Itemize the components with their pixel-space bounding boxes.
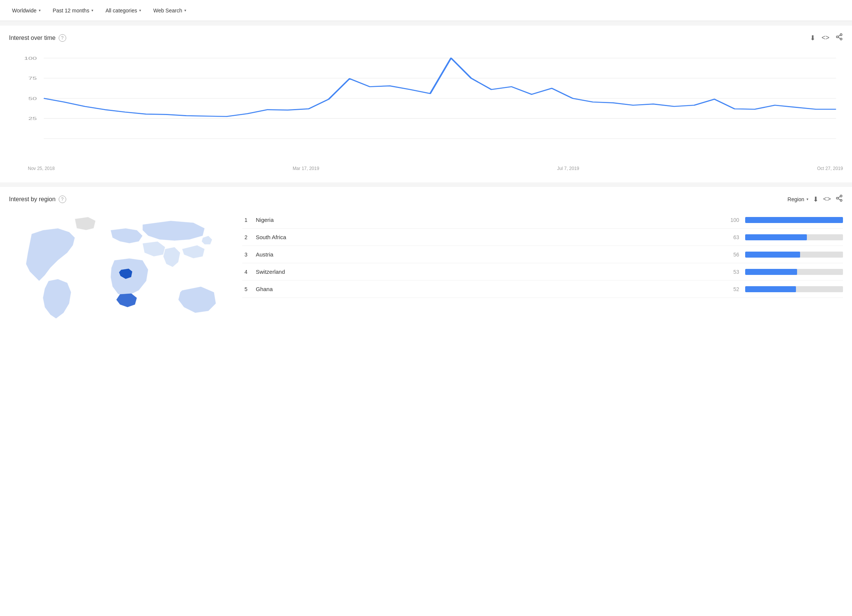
allcategories-label: All categories <box>105 8 137 14</box>
region-download-icon[interactable]: ⬇ <box>813 195 819 203</box>
region-dropdown-label: Region <box>788 196 804 202</box>
region-actions: Region ▾ ⬇ <> <box>788 194 843 204</box>
rank-num-2: 2 <box>242 234 250 240</box>
rank-country-5: Ghana <box>256 286 722 292</box>
allcategories-chevron: ▾ <box>139 8 141 12</box>
region-type-dropdown[interactable]: Region ▾ <box>788 196 808 202</box>
svg-point-0 <box>840 34 842 36</box>
svg-point-15 <box>837 197 838 199</box>
rankings-list: 1 Nigeria 100 2 South Africa 63 3 Austri… <box>242 211 843 339</box>
svg-point-14 <box>840 195 842 197</box>
region-help-icon[interactable]: ? <box>59 196 66 203</box>
rank-bar-container-1 <box>745 217 843 223</box>
x-label-3: Oct 27, 2019 <box>817 166 843 171</box>
interest-over-time-section: Interest over time ? ⬇ <> 100 <box>0 26 852 182</box>
region-dropdown-chevron: ▾ <box>806 197 808 201</box>
line-chart-svg: 100 75 50 25 <box>9 50 843 163</box>
x-label-1: Mar 17, 2019 <box>293 166 319 171</box>
rank-score-3: 56 <box>728 252 739 258</box>
chart-actions: ⬇ <> <box>810 33 843 42</box>
allcategories-filter[interactable]: All categories ▾ <box>101 5 146 17</box>
share-icon[interactable] <box>835 33 843 42</box>
worldwide-label: Worldwide <box>12 8 36 14</box>
x-axis-labels: Nov 25, 2018 Mar 17, 2019 Jul 7, 2019 Oc… <box>9 163 843 171</box>
svg-point-16 <box>840 199 842 201</box>
region-title-group: Interest by region ? <box>9 196 66 203</box>
rank-num-5: 5 <box>242 286 250 292</box>
past12months-label: Past 12 months <box>53 8 89 14</box>
svg-point-1 <box>837 36 838 38</box>
line-chart: 100 75 50 25 <box>9 50 843 163</box>
rank-score-2: 63 <box>728 234 739 240</box>
rank-bar-container-4 <box>745 269 843 275</box>
svg-point-2 <box>840 38 842 40</box>
region-embed-icon[interactable]: <> <box>823 195 831 203</box>
svg-text:25: 25 <box>28 116 37 121</box>
svg-line-17 <box>838 199 840 200</box>
rank-country-2: South Africa <box>256 234 722 240</box>
x-label-0: Nov 25, 2018 <box>28 166 55 171</box>
ranking-row-1: 1 Nigeria 100 <box>242 211 843 229</box>
svg-text:100: 100 <box>24 56 37 61</box>
region-title: Interest by region <box>9 196 56 203</box>
rank-bar-1 <box>745 217 843 223</box>
rank-score-4: 53 <box>728 269 739 275</box>
worldwide-chevron: ▾ <box>39 8 41 12</box>
world-map <box>9 211 227 339</box>
trend-line <box>44 58 836 116</box>
rank-bar-4 <box>745 269 797 275</box>
rank-bar-container-5 <box>745 286 843 292</box>
past12months-chevron: ▾ <box>91 8 93 12</box>
region-content: 1 Nigeria 100 2 South Africa 63 3 Austri… <box>9 211 843 339</box>
rank-bar-container-2 <box>745 234 843 240</box>
ranking-row-5: 5 Ghana 52 <box>242 281 843 298</box>
rank-num-3: 3 <box>242 252 250 258</box>
svg-text:75: 75 <box>28 76 37 81</box>
rank-country-4: Switzerland <box>256 269 722 275</box>
rank-num-1: 1 <box>242 217 250 223</box>
svg-text:50: 50 <box>28 96 37 101</box>
region-share-icon[interactable] <box>835 194 843 204</box>
rank-bar-5 <box>745 286 796 292</box>
svg-line-3 <box>838 37 840 38</box>
chart-title-group: Interest over time ? <box>9 34 66 42</box>
websearch-chevron: ▾ <box>184 8 186 12</box>
x-label-2: Jul 7, 2019 <box>557 166 579 171</box>
rank-score-1: 100 <box>728 217 739 223</box>
download-icon[interactable]: ⬇ <box>810 34 816 42</box>
rank-bar-3 <box>745 252 800 258</box>
section-separator-bottom <box>0 182 852 187</box>
rank-bar-2 <box>745 234 807 240</box>
chart-title: Interest over time <box>9 35 56 41</box>
svg-line-18 <box>838 196 840 197</box>
websearch-filter[interactable]: Web Search ▾ <box>149 5 191 17</box>
ranking-row-2: 2 South Africa 63 <box>242 229 843 246</box>
chart-header: Interest over time ? ⬇ <> <box>9 33 843 42</box>
map-svg <box>9 211 227 339</box>
ranking-row-3: 3 Austria 56 <box>242 246 843 263</box>
rank-bar-container-3 <box>745 252 843 258</box>
rank-country-1: Nigeria <box>256 217 722 223</box>
rank-num-4: 4 <box>242 269 250 275</box>
svg-line-4 <box>838 35 840 36</box>
worldwide-filter[interactable]: Worldwide ▾ <box>8 5 45 17</box>
past12months-filter[interactable]: Past 12 months ▾ <box>48 5 98 17</box>
interest-by-region-section: Interest by region ? Region ▾ ⬇ <> <box>0 187 852 350</box>
ranking-row-4: 4 Switzerland 53 <box>242 263 843 281</box>
rank-country-3: Austria <box>256 251 722 258</box>
websearch-label: Web Search <box>153 8 182 14</box>
region-header: Interest by region ? Region ▾ ⬇ <> <box>9 194 843 204</box>
chart-help-icon[interactable]: ? <box>59 34 66 42</box>
rank-score-5: 52 <box>728 286 739 292</box>
embed-icon[interactable]: <> <box>822 34 829 42</box>
filter-bar: Worldwide ▾ Past 12 months ▾ All categor… <box>0 0 852 21</box>
section-separator-top <box>0 21 852 26</box>
